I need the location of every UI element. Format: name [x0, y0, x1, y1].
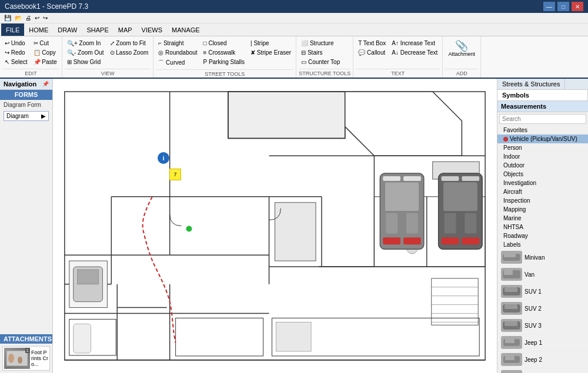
pickup-small1-thumb: [501, 370, 522, 373]
quick-redo[interactable]: ↪: [41, 15, 49, 21]
lasso-zoom-button[interactable]: ⊙ Lasso Zoom: [108, 48, 151, 57]
suv2-label: SUV 2: [524, 305, 542, 312]
stripe-button[interactable]: | Stripe: [248, 39, 293, 48]
structure-group-label: STRUCTURE TOOLS: [299, 69, 350, 78]
app-title: Casebook1 - ScenePD 7.3: [5, 2, 88, 11]
roundabout-button[interactable]: ◎ Roundabout: [156, 48, 199, 57]
callout-button[interactable]: 💬 Callout: [356, 48, 388, 57]
category-investigation[interactable]: Investigation: [497, 179, 588, 187]
quick-save[interactable]: 💾: [2, 15, 13, 21]
close-button[interactable]: ✕: [572, 2, 583, 11]
stairs-button[interactable]: ⊟ Stairs: [299, 48, 342, 57]
svg-rect-48: [383, 237, 400, 244]
menu-bar: FILE HOME DRAW SHAPE MAP VIEWS MANAGE: [0, 23, 588, 36]
show-grid-button[interactable]: ⊞ Show Grid: [65, 58, 106, 66]
curved-button[interactable]: ⌒ Curved: [156, 58, 199, 68]
symbol-van[interactable]: Van: [497, 266, 588, 283]
category-roadway[interactable]: Roadway: [497, 231, 588, 240]
menu-home[interactable]: HOME: [24, 23, 53, 36]
attachment-button[interactable]: 📎 Attachment: [445, 39, 478, 59]
suv3-label: SUV 3: [524, 322, 542, 329]
quick-open[interactable]: 📂: [13, 15, 24, 21]
cut-button[interactable]: ✂ Cut: [31, 39, 59, 48]
category-aircraft[interactable]: Aircraft: [497, 187, 588, 196]
zoom-out-button[interactable]: 🔍- Zoom Out: [65, 48, 106, 57]
category-marine[interactable]: Marine: [497, 214, 588, 223]
svg-rect-52: [386, 213, 397, 234]
forms-section-header: FORMS: [0, 90, 52, 100]
van-thumb: [501, 268, 522, 281]
svg-rect-55: [443, 182, 478, 211]
menu-draw[interactable]: DRAW: [53, 23, 82, 36]
zoom-fit-button[interactable]: ⤢ Zoom to Fit: [108, 39, 151, 48]
textbox-button[interactable]: T Text Box: [356, 39, 388, 48]
category-person[interactable]: Person: [497, 143, 588, 152]
decrease-text-button[interactable]: A↓ Decrease Text: [389, 48, 440, 57]
category-inspection[interactable]: Inspection: [497, 196, 588, 205]
symbol-jeep1[interactable]: Jeep 1: [497, 334, 588, 351]
info-marker[interactable]: i: [158, 152, 169, 164]
stripe-eraser-button[interactable]: ✘ Stripe Eraser: [248, 48, 293, 57]
svg-rect-70: [505, 287, 517, 292]
svg-rect-74: [505, 321, 517, 326]
maximize-button[interactable]: □: [557, 2, 569, 11]
menu-shape[interactable]: SHAPE: [82, 23, 113, 36]
navigation-pin[interactable]: 📌: [42, 81, 49, 87]
svg-rect-47: [385, 182, 419, 211]
tab-streets-structures[interactable]: Streets & Structures: [497, 79, 565, 89]
paste-button[interactable]: 📌 Paste: [31, 58, 59, 66]
suv3-thumb: [501, 319, 522, 332]
menu-manage[interactable]: MANAGE: [167, 23, 205, 36]
svg-rect-43: [276, 322, 311, 351]
tab-symbols[interactable]: Symbols: [497, 90, 588, 101]
countertop-button[interactable]: ▭ Counter Top: [299, 58, 342, 66]
note-marker[interactable]: 7: [169, 169, 181, 180]
ribbon-group-structure: ⬜ Structure ⊟ Stairs ▭ Counter Top STRUC…: [296, 36, 353, 78]
minimize-button[interactable]: —: [543, 2, 555, 11]
jeep1-label: Jeep 1: [524, 340, 542, 346]
copy-button[interactable]: 📋 Copy: [31, 48, 59, 57]
crosswalk-button[interactable]: ≡ Crosswalk: [201, 48, 247, 57]
canvas-area[interactable]: i 7: [53, 79, 497, 373]
category-mapping[interactable]: Mapping: [497, 205, 588, 214]
symbol-suv2[interactable]: SUV 2: [497, 300, 588, 317]
category-favorites[interactable]: Favorites: [497, 126, 588, 135]
svg-rect-40: [74, 324, 91, 353]
quick-undo[interactable]: ↩: [33, 15, 41, 21]
floorplan-svg: [53, 79, 497, 373]
symbol-suv3[interactable]: SUV 3: [497, 317, 588, 334]
attachment-badge: 1: [25, 348, 30, 353]
symbol-pickup-small1[interactable]: Pickup Small 1: [497, 368, 588, 373]
menu-map[interactable]: MAP: [113, 23, 137, 36]
increase-text-button[interactable]: A↑ Increase Text: [389, 39, 440, 48]
select-button[interactable]: ↖ Select: [2, 58, 30, 66]
undo-button[interactable]: ↩ Undo: [2, 39, 30, 48]
symbol-jeep2[interactable]: Jeep 2: [497, 351, 588, 368]
measurements-section[interactable]: Measurements: [497, 101, 588, 112]
menu-views[interactable]: VIEWS: [137, 23, 167, 36]
redo-button[interactable]: ↪ Redo: [2, 48, 30, 57]
diagram-form-value[interactable]: Diagram ▶: [4, 111, 49, 121]
category-objects[interactable]: Objects: [497, 170, 588, 179]
symbol-suv1[interactable]: SUV 1: [497, 283, 588, 300]
category-indoor[interactable]: Indoor: [497, 152, 588, 161]
menu-file[interactable]: FILE: [1, 23, 24, 36]
straight-button[interactable]: ⌐ Straight: [156, 39, 199, 48]
category-labels[interactable]: Labels: [497, 240, 588, 249]
symbol-minivan[interactable]: Minivan: [497, 249, 588, 266]
window-controls: — □ ✕: [543, 2, 583, 11]
quick-print[interactable]: 🖨: [24, 15, 33, 21]
category-nhtsa[interactable]: NHTSA: [497, 223, 588, 231]
ribbon-group-view: 🔍+ Zoom In 🔍- Zoom Out ⊞ Show Grid ⤢ Zoo…: [62, 36, 153, 78]
category-outdoor[interactable]: Outdoor: [497, 161, 588, 170]
structure-button[interactable]: ⬜ Structure: [299, 39, 342, 48]
ribbon: ↩ Undo ↪ Redo ↖ Select ✂ Cut 📋 Copy 📌 Pa…: [0, 36, 588, 79]
zoom-in-button[interactable]: 🔍+ Zoom In: [65, 39, 106, 48]
category-vehicle[interactable]: Vehicle (Pickup/Van/SUV): [497, 135, 588, 143]
symbol-search-input[interactable]: [499, 114, 586, 124]
parking-button[interactable]: P Parking Stalls: [201, 58, 247, 66]
text-group-label: TEXT: [356, 69, 440, 78]
closed-button[interactable]: □ Closed: [201, 39, 247, 48]
ribbon-group-text: T Text Box 💬 Callout A↑ Increase Text A↓…: [353, 36, 443, 78]
attachment-item[interactable]: 1 Foot Prints Cro...: [2, 346, 50, 371]
